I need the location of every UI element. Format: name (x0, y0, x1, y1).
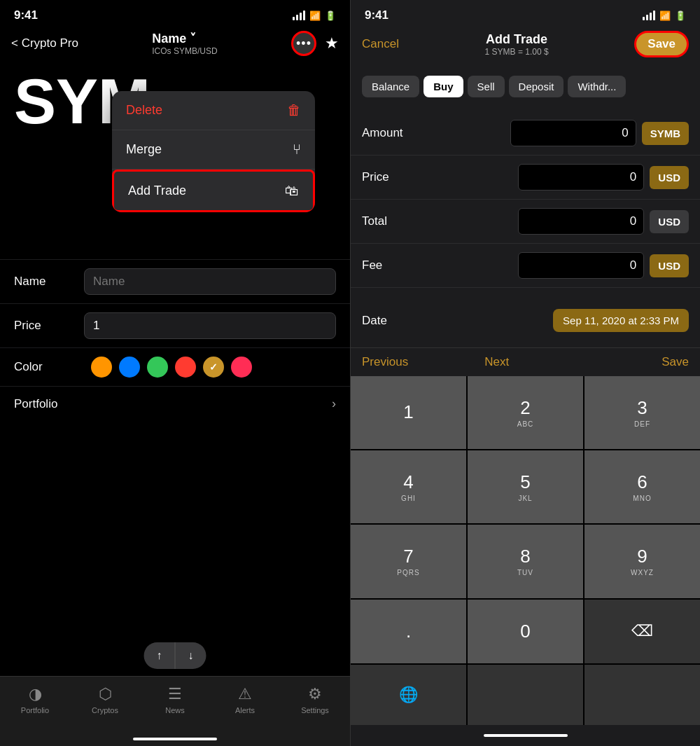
color-pink[interactable] (231, 357, 252, 378)
name-row: Name (0, 259, 350, 303)
signal-bars-left (293, 11, 305, 20)
key-9[interactable]: 9 WXYZ (584, 525, 700, 598)
status-icons-right: 📶 🔋 (643, 11, 686, 21)
price-label-right: Price (362, 170, 418, 184)
dropdown-add-trade[interactable]: Add Trade 🛍 (112, 170, 315, 212)
fee-label: Fee (362, 258, 418, 272)
portfolio-row[interactable]: Portfolio › (0, 386, 350, 421)
price-row: Price (0, 303, 350, 347)
more-options-button[interactable]: ••• (291, 31, 316, 56)
key-7[interactable]: 7 PQRS (351, 525, 466, 598)
color-blue[interactable] (119, 357, 140, 378)
settings-icon: ⚙ (308, 685, 322, 703)
wifi-icon-left: 📶 (309, 11, 321, 21)
status-bar-left: 9:41 📶 🔋 (0, 0, 350, 27)
home-indicator-right (351, 725, 700, 746)
down-arrow-button[interactable]: ↓ (176, 642, 206, 669)
name-label: Name (14, 275, 84, 289)
name-input[interactable] (84, 268, 336, 295)
tab-sell[interactable]: Sell (468, 76, 505, 97)
save-button-toolbar[interactable]: Save (662, 355, 689, 369)
total-input[interactable] (518, 208, 644, 235)
fee-input[interactable] (518, 252, 644, 279)
status-icons-left: 📶 🔋 (293, 11, 336, 21)
cancel-button[interactable]: Cancel (362, 37, 399, 51)
dropdown-delete[interactable]: Delete 🗑 (112, 91, 315, 130)
key-8[interactable]: 8 TUV (468, 525, 583, 598)
key-5[interactable]: 5 JKL (468, 450, 583, 523)
amount-row: Amount SYMB (351, 111, 700, 156)
tab-buy[interactable]: Buy (424, 76, 463, 97)
tab-cryptos[interactable]: ⬡ Cryptos (70, 685, 140, 714)
color-orange[interactable] (91, 357, 112, 378)
add-trade-title: Add Trade (485, 32, 549, 47)
left-panel: 9:41 📶 🔋 < Crypto Pro Name ˅ ICOs SYMB/U… (0, 0, 350, 746)
nav-title-left: Name ˅ (152, 31, 217, 46)
total-currency: USD (650, 210, 689, 233)
total-label: Total (362, 214, 418, 228)
dropdown-merge[interactable]: Merge ⑂ (112, 130, 315, 170)
color-red[interactable] (175, 357, 196, 378)
battery-icon-left: 🔋 (325, 11, 336, 21)
alerts-icon: ⚠ (238, 685, 252, 703)
tab-bar-left: ◑ Portfolio ⬡ Cryptos ☰ News ⚠ Alerts ⚙ … (0, 676, 350, 746)
back-button[interactable]: < Crypto Pro (11, 36, 78, 50)
amount-currency: SYMB (642, 122, 689, 145)
key-dot[interactable]: . (351, 600, 466, 663)
merge-icon: ⑂ (293, 141, 301, 158)
keyboard-toolbar: Previous Next Save (351, 347, 700, 376)
nav-subtitle-left: ICOs SYMB/USD (152, 46, 217, 56)
key-3[interactable]: 3 DEF (584, 376, 700, 449)
color-green[interactable] (147, 357, 168, 378)
date-label: Date (362, 314, 387, 328)
price-currency: USD (650, 166, 689, 189)
tab-withdraw[interactable]: Withdr... (568, 76, 626, 97)
save-button-header[interactable]: Save (634, 31, 689, 57)
cryptos-icon: ⬡ (99, 685, 112, 703)
favorite-button[interactable]: ★ (325, 34, 339, 53)
nav-bar-left: < Crypto Pro Name ˅ ICOs SYMB/USD ••• ★ (0, 27, 350, 63)
tab-alerts[interactable]: ⚠ Alerts (210, 685, 280, 714)
tab-portfolio-label: Portfolio (21, 706, 49, 714)
delete-key[interactable]: ⌫ (584, 600, 700, 663)
key-4[interactable]: 4 GHI (351, 450, 466, 523)
key-2[interactable]: 2 ABC (468, 376, 583, 449)
key-globe[interactable]: 🌐 (351, 665, 466, 725)
price-input[interactable] (84, 312, 336, 339)
signal-bars-right (643, 11, 655, 20)
price-input-right[interactable] (518, 164, 644, 191)
tab-alerts-label: Alerts (235, 706, 255, 714)
key-0[interactable]: 0 (468, 600, 583, 663)
total-row: Total USD (351, 200, 700, 244)
price-label: Price (14, 319, 84, 333)
tab-deposit[interactable]: Deposit (509, 76, 564, 97)
amount-input[interactable] (510, 120, 636, 146)
globe-icon: 🌐 (399, 686, 418, 704)
tab-news[interactable]: ☰ News (140, 685, 210, 714)
color-row: Color (0, 347, 350, 386)
tab-portfolio[interactable]: ◑ Portfolio (0, 685, 70, 714)
add-trade-subtitle: 1 SYMB = 1.00 $ (485, 47, 549, 57)
news-icon: ☰ (168, 685, 182, 703)
color-picker (91, 357, 252, 378)
fee-row: Fee USD (351, 244, 700, 288)
next-button[interactable]: Next (484, 355, 509, 369)
amount-label: Amount (362, 126, 418, 140)
up-arrow-button[interactable]: ↑ (144, 642, 175, 669)
backspace-icon: ⌫ (631, 622, 653, 640)
chevron-icon: › (332, 396, 336, 411)
tab-settings-label: Settings (301, 706, 329, 714)
key-1[interactable]: 1 (351, 376, 466, 449)
date-row: Date Sep 11, 2020 at 2:33 PM (351, 299, 700, 342)
tab-balance[interactable]: Balance (362, 76, 419, 97)
key-6[interactable]: 6 MNO (584, 450, 700, 523)
nav-arrows: ↑ ↓ (144, 642, 206, 669)
color-gold[interactable] (203, 357, 224, 378)
tab-settings[interactable]: ⚙ Settings (280, 685, 350, 714)
number-keyboard: 1 2 ABC 3 DEF 4 GHI 5 JKL 6 MNO 7 PQRS 8 (351, 376, 700, 725)
previous-button[interactable]: Previous (362, 355, 408, 369)
date-picker[interactable]: Sep 11, 2020 at 2:33 PM (553, 309, 689, 332)
portfolio-icon: ◑ (29, 685, 42, 703)
add-trade-icon: 🛍 (285, 183, 299, 199)
fee-currency: USD (650, 254, 689, 277)
